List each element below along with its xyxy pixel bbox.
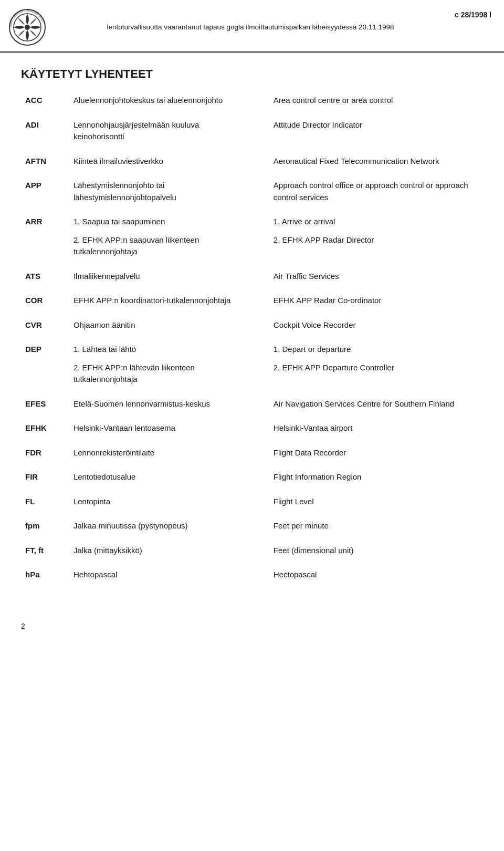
abbreviations-table: ACCAluelennonjohtokeskus tai aluelennonj… [21,91,483,590]
table-spacer-row [21,389,483,395]
table-row: FT, ftJalka (mittayksikkö)Feet (dimensio… [21,542,483,560]
logo-area: ONNETTOMUUSTUTKINTAKESKUS · [8,8,46,46]
table-spacer-row [21,334,483,340]
abbreviation-code: FIR [21,468,69,486]
abbreviation-english: Hectopascal [269,566,483,584]
table-spacer-row [21,584,483,590]
abbreviation-finnish: 1. Saapua tai saapuminen [69,213,248,231]
abbreviation-code: ADI [21,116,69,146]
abbreviation-finnish: Lennonrekisteröintilaite [69,444,248,462]
abbreviation-english: Air Navigation Services Centre for South… [269,395,483,413]
table-spacer-row [21,486,483,493]
table-row: ATSIlmaliikennepalveluAir Traffic Servic… [21,267,483,286]
abbreviation-code: DEP [21,340,69,389]
abbreviation-finnish: Lentopinta [69,493,248,511]
abbreviation-finnish: Kiinteä ilmailuviestiverkko [69,152,248,171]
abbreviation-code: ACC [21,91,69,110]
abbreviation-english: Feet per minute [269,517,483,535]
abbreviation-code: fpm [21,517,69,535]
table-row: 2. EFHK APP:n lähtevän liikenteen tutkal… [21,359,483,389]
abbreviation-code: AFTN [21,152,69,171]
abbreviation-english: 2. EFHK APP Departure Controller [269,359,483,389]
abbreviation-english: Approach control office or approach cont… [269,177,483,206]
table-row: ARR1. Saapua tai saapuminen1. Arrive or … [21,213,483,231]
table-spacer-row [21,413,483,419]
abbreviation-finnish: EFHK APP:n koordinattori-tutkalennonjoht… [69,292,248,310]
abbreviation-english: Aeronautical Fixed Telecommunication Net… [269,152,483,171]
abbreviation-finnish: Jalka (mittayksikkö) [69,542,248,560]
abbreviation-finnish: Aluelennonjohtokeskus tai aluelennonjoht… [69,91,248,110]
table-spacer-row [21,438,483,444]
table-row: fpmJalkaa minuutissa (pystynopeus)Feet p… [21,517,483,535]
table-spacer-row [21,206,483,213]
abbreviation-english: Attitude Director Indicator [269,116,483,146]
page-header: ONNETTOMUUSTUTKINTAKESKUS · lentoturvall… [0,0,504,53]
abbreviation-code: FDR [21,444,69,462]
abbreviation-finnish: 1. Lähteä tai lähtö [69,340,248,359]
organization-logo: ONNETTOMUUSTUTKINTAKESKUS · [8,8,46,46]
abbreviation-finnish: Lennonohjausjärjestelmään kuuluva keinoh… [69,116,248,146]
table-row: DEP1. Lähteä tai lähtö1. Depart or depar… [21,340,483,359]
abbreviation-code: ARR [21,213,69,261]
abbreviation-english: Area control centre or area control [269,91,483,110]
table-row: CVROhjaamon äänitinCockpit Voice Recorde… [21,316,483,335]
table-row: EFESEtelä-Suomen lennonvarmistus-keskusA… [21,395,483,413]
abbreviation-finnish: Ohjaamon äänitin [69,316,248,335]
table-spacer-row [21,146,483,152]
abbreviation-english: Feet (dimensional unit) [269,542,483,560]
abbreviation-code: ATS [21,267,69,286]
abbreviation-code: EFHK [21,419,69,438]
abbreviation-code: CVR [21,316,69,335]
table-row: AFTNKiinteä ilmailuviestiverkkoAeronauti… [21,152,483,171]
page-footer: 2 [0,611,504,641]
abbreviation-finnish: Helsinki-Vantaan lentoasema [69,419,248,438]
svg-point-2 [25,25,30,30]
abbreviation-finnish: Jalkaa minuutissa (pystynopeus) [69,517,248,535]
content-area: ACCAluelennonjohtokeskus tai aluelennonj… [0,91,504,611]
abbreviation-finnish: Lentotiedotusalue [69,468,248,486]
table-spacer-row [21,462,483,468]
table-row: FLLentopintaFlight Level [21,493,483,511]
abbreviation-code: FL [21,493,69,511]
abbreviation-english: Helsinki-Vantaa airport [269,419,483,438]
abbreviation-english: 1. Arrive or arrival [269,213,483,231]
table-spacer-row [21,261,483,267]
table-row: ADILennonohjausjärjestelmään kuuluva kei… [21,116,483,146]
abbreviation-english: Flight Data Recorder [269,444,483,462]
abbreviation-english: 1. Depart or departure [269,340,483,359]
header-title: lentoturvallisuutta vaarantanut tapaus g… [46,22,455,33]
abbreviation-english: Flight Level [269,493,483,511]
abbreviation-code: hPa [21,566,69,584]
table-row: FIRLentotiedotusalueFlight Information R… [21,468,483,486]
page-number: 2 [21,622,25,630]
table-row: APPLähestymislennonjohto tai lähestymisl… [21,177,483,206]
table-spacer-row [21,559,483,566]
table-spacer-row [21,170,483,177]
page-title: KÄYTETYT LYHENTEET [0,53,504,91]
table-row: COREFHK APP:n koordinattori-tutkalennonj… [21,292,483,310]
abbreviation-finnish: Hehtopascal [69,566,248,584]
table-spacer-row [21,110,483,116]
abbreviation-code: EFES [21,395,69,413]
abbreviation-english: Cockpit Voice Recorder [269,316,483,335]
table-row: ACCAluelennonjohtokeskus tai aluelennonj… [21,91,483,110]
table-spacer-row [21,310,483,316]
abbreviation-code: APP [21,177,69,206]
abbreviation-finnish: 2. EFHK APP:n lähtevän liikenteen tutkal… [69,359,248,389]
table-spacer-row [21,511,483,517]
header-reference: c 28/1998 l [455,8,491,19]
abbreviation-finnish: Etelä-Suomen lennonvarmistus-keskus [69,395,248,413]
abbreviation-finnish: 2. EFHK APP:n saapuvan liikenteen tutkal… [69,231,248,261]
table-row: hPaHehtopascalHectopascal [21,566,483,584]
abbreviation-english: Flight Information Region [269,468,483,486]
table-spacer-row [21,285,483,292]
abbreviation-english: Air Traffic Services [269,267,483,286]
table-row: 2. EFHK APP:n saapuvan liikenteen tutkal… [21,231,483,261]
abbreviation-finnish: Lähestymislennonjohto tai lähestymislenn… [69,177,248,206]
abbreviation-code: COR [21,292,69,310]
table-spacer-row [21,535,483,542]
abbreviation-english: EFHK APP Radar Co-ordinator [269,292,483,310]
abbreviation-finnish: Ilmaliikennepalvelu [69,267,248,286]
table-row: EFHKHelsinki-Vantaan lentoasemaHelsinki-… [21,419,483,438]
abbreviation-english: 2. EFHK APP Radar Director [269,231,483,261]
